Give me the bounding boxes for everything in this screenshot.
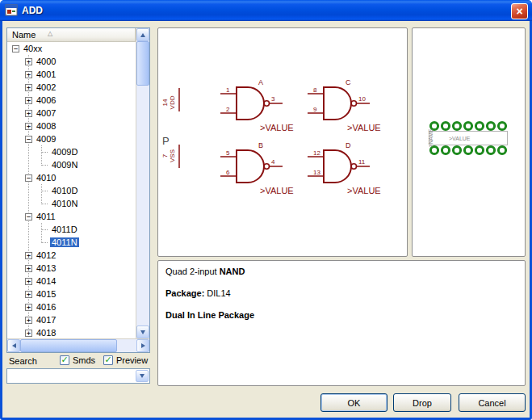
- horizontal-scrollbar-thumb[interactable]: [20, 339, 117, 352]
- tree-item-label[interactable]: 4011N: [50, 237, 79, 247]
- tree-item[interactable]: −4009: [7, 132, 136, 145]
- tree-item-label[interactable]: 4007: [35, 108, 57, 118]
- expand-icon[interactable]: +: [25, 291, 32, 298]
- tree-item[interactable]: 4009D: [7, 145, 136, 158]
- tree-item[interactable]: +4000: [7, 55, 136, 68]
- tree-indent: [7, 152, 41, 153]
- tree-item[interactable]: 4009N: [7, 158, 136, 171]
- tree-item-label[interactable]: 4002: [35, 82, 57, 92]
- tree-item[interactable]: −4010: [7, 171, 136, 184]
- scroll-left-button[interactable]: [7, 339, 20, 352]
- expand-icon[interactable]: +: [25, 330, 32, 337]
- tree-item-label[interactable]: 4010D: [50, 186, 79, 195]
- expand-icon[interactable]: +: [25, 252, 32, 259]
- expand-icon[interactable]: +: [25, 278, 32, 285]
- tree-indent: [7, 229, 41, 230]
- titlebar[interactable]: ADD: [0, 0, 532, 21]
- package-preview-panel: >NAME>VALUE: [412, 27, 526, 257]
- cancel-button[interactable]: Cancel: [459, 393, 526, 412]
- tree-item[interactable]: +4016: [7, 300, 136, 313]
- tree-indent: [7, 204, 41, 204]
- expand-icon[interactable]: +: [25, 58, 32, 65]
- collapse-icon[interactable]: −: [25, 174, 32, 182]
- tree-item-label[interactable]: 4009: [35, 134, 57, 144]
- collapse-icon[interactable]: −: [12, 45, 19, 52]
- tree-item[interactable]: −4011: [7, 210, 136, 223]
- expand-icon[interactable]: +: [25, 317, 32, 324]
- scroll-down-button[interactable]: [136, 326, 149, 338]
- package-pad: [475, 146, 483, 153]
- tree-item-label[interactable]: 4017: [35, 315, 57, 325]
- tree-item-label[interactable]: 4018: [35, 328, 57, 338]
- expand-icon[interactable]: +: [25, 110, 32, 117]
- expand-icon[interactable]: +: [25, 97, 32, 104]
- tree-item[interactable]: +4006: [7, 94, 136, 107]
- tree-item[interactable]: +4013: [7, 262, 136, 275]
- gate-name: A: [258, 78, 263, 86]
- tree-item-label[interactable]: 4013: [35, 263, 57, 273]
- expand-icon[interactable]: +: [25, 84, 32, 91]
- tree-item[interactable]: 4010D: [7, 184, 136, 197]
- combobox-dropdown-button[interactable]: [136, 370, 149, 382]
- tree-item-label[interactable]: 4000: [35, 57, 57, 66]
- tree-item-label[interactable]: 4001: [35, 69, 57, 79]
- tree-item[interactable]: +4014: [7, 275, 136, 288]
- tree-horizontal-scrollbar[interactable]: [7, 338, 149, 352]
- close-button[interactable]: [511, 3, 528, 19]
- tree-item[interactable]: +4017: [7, 313, 136, 326]
- ok-button[interactable]: OK: [320, 393, 387, 412]
- package-value-label: >VALUE: [449, 136, 471, 141]
- tree-item[interactable]: 4011N: [7, 236, 136, 249]
- tree-item-label[interactable]: 4006: [35, 95, 57, 105]
- tree-item[interactable]: +4012: [7, 249, 136, 262]
- vertical-scrollbar-track[interactable]: [136, 41, 149, 326]
- tree-item-label[interactable]: 4012: [35, 250, 57, 260]
- checkbox-checked-icon[interactable]: [60, 355, 69, 365]
- expand-icon[interactable]: +: [25, 71, 32, 78]
- vertical-scrollbar-thumb[interactable]: [136, 41, 149, 86]
- tree-item[interactable]: +4008: [7, 120, 136, 132]
- tree-item-label[interactable]: 4008: [35, 121, 57, 131]
- tree-indent: [7, 126, 25, 127]
- tree-item[interactable]: +4001: [7, 68, 136, 81]
- collapse-icon[interactable]: −: [25, 213, 32, 220]
- package-pad: [487, 122, 494, 129]
- tree-item-label[interactable]: 4011D: [50, 225, 79, 234]
- tree-column-header[interactable]: Name: [7, 28, 136, 42]
- tree-item-label[interactable]: 4010: [35, 173, 57, 183]
- search-input[interactable]: [7, 369, 135, 383]
- tree-item-label[interactable]: 4016: [35, 302, 57, 312]
- tree-item[interactable]: +4007: [7, 107, 136, 120]
- gate-value-label: >VALUE: [260, 186, 294, 195]
- expand-icon[interactable]: +: [25, 123, 32, 130]
- scroll-right-button[interactable]: [136, 339, 149, 352]
- tree-item-label[interactable]: 4009D: [50, 147, 79, 157]
- tree-item-label[interactable]: 4010N: [50, 199, 79, 208]
- tree-item-label[interactable]: 4011: [35, 212, 57, 221]
- tree-item[interactable]: −40xx: [7, 42, 136, 55]
- tree-vertical-scrollbar[interactable]: [136, 28, 149, 338]
- smds-checkbox[interactable]: Smds: [60, 355, 95, 365]
- tree-item[interactable]: +4002: [7, 81, 136, 94]
- arrow-up-icon: [140, 33, 145, 37]
- tree-item[interactable]: +4018: [7, 326, 136, 338]
- preview-checkbox[interactable]: Preview: [103, 355, 148, 365]
- tree-item-label[interactable]: 4014: [35, 276, 57, 286]
- tree-item-label[interactable]: 4015: [35, 289, 57, 299]
- scroll-up-button[interactable]: [136, 28, 149, 41]
- drop-button[interactable]: Drop: [393, 393, 451, 412]
- tree-item[interactable]: 4010N: [7, 197, 136, 210]
- tree-item-label[interactable]: 40xx: [22, 44, 44, 53]
- expand-icon[interactable]: +: [25, 265, 32, 272]
- checkbox-checked-icon[interactable]: [103, 355, 113, 365]
- tree-item-label[interactable]: 4009N: [50, 160, 79, 170]
- tree-indent: [7, 74, 25, 75]
- tree-item[interactable]: +4015: [7, 288, 136, 300]
- tree-item[interactable]: 4011D: [7, 223, 136, 236]
- package-pad: [475, 122, 483, 129]
- search-combobox[interactable]: [6, 368, 150, 384]
- collapse-icon[interactable]: −: [25, 136, 32, 143]
- expand-icon[interactable]: +: [25, 304, 32, 311]
- horizontal-scrollbar-track[interactable]: [20, 339, 136, 352]
- dialog-icon: [5, 4, 18, 17]
